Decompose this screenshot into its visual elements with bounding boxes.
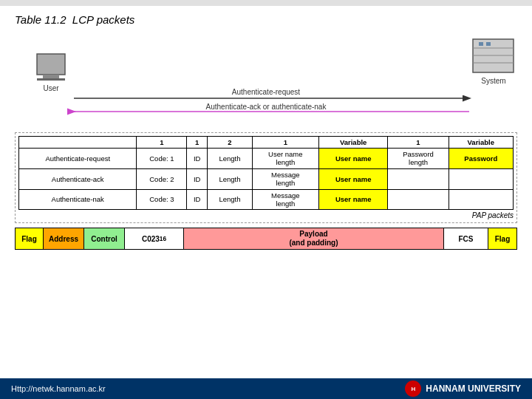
cell-empty2: [449, 168, 513, 189]
svg-rect-9: [486, 42, 491, 46]
payload-data: Payload(and padding): [184, 228, 444, 249]
cell-length3: Length: [208, 189, 253, 210]
cell-empty4: [449, 189, 513, 210]
cell-code3: Code: 3: [137, 189, 187, 210]
pap-label: PAP packets: [18, 210, 514, 219]
cell-message-length-nak: Messagelength: [252, 189, 318, 210]
payload-bar: Flag Address Control C02316 Payload(and …: [15, 228, 517, 250]
svg-text:User: User: [43, 84, 59, 92]
col-2: 2: [208, 137, 253, 149]
cell-id3: ID: [187, 189, 208, 210]
row-label-auth-nak: Authenticate-nak: [19, 189, 137, 210]
university-logo: H: [405, 381, 421, 397]
cell-code2: Code: 2: [137, 168, 187, 189]
payload-control: Control: [84, 228, 125, 249]
cell-length2: Length: [208, 168, 253, 189]
cell-empty3: [388, 189, 449, 210]
page-title: Table 11.2 LCP packets: [15, 13, 517, 26]
svg-rect-2: [37, 78, 65, 81]
arrows-svg: User System Authenticate-request Authent…: [15, 32, 517, 128]
svg-text:Authenticate-ack or authentica: Authenticate-ack or authenticate-nak: [206, 103, 327, 111]
cell-id2: ID: [187, 168, 208, 189]
footer-url: Http://netwk.hannam.ac.kr: [11, 384, 106, 393]
col-1d: 1: [388, 137, 449, 149]
title-subtitle: LCP packets: [72, 13, 135, 26]
footer-university: H HANNAM UNIVERSITY: [405, 381, 521, 397]
svg-text:Authenticate-request: Authenticate-request: [232, 88, 301, 96]
row-label-auth-ack: Authenticate-ack: [19, 168, 137, 189]
svg-rect-1: [43, 75, 59, 78]
pap-table: 1 1 2 1 Variable 1 Variable Authenticate…: [18, 136, 514, 210]
payload-flag2: Flag: [488, 228, 516, 249]
svg-text:System: System: [481, 77, 505, 85]
top-bar: [0, 0, 532, 6]
page: Table 11.2 LCP packets User System: [0, 0, 532, 399]
payload-c023: C02316: [125, 228, 184, 249]
cell-length1: Length: [208, 149, 253, 169]
table-header-row: 1 1 2 1 Variable 1 Variable: [19, 137, 514, 149]
payload-flag1: Flag: [16, 228, 44, 249]
university-name: HANNAM UNIVERSITY: [426, 383, 521, 394]
cell-message-length-ack: Messagelength: [252, 168, 318, 189]
col-1a: 1: [137, 137, 187, 149]
cell-id1: ID: [187, 149, 208, 169]
col-1b: 1: [187, 137, 208, 149]
cell-code1: Code: 1: [137, 149, 187, 169]
content: Table 11.2 LCP packets User System: [0, 6, 532, 378]
pap-table-wrapper: 1 1 2 1 Variable 1 Variable Authenticate…: [15, 132, 517, 223]
cell-username-length: User namelength: [252, 149, 318, 169]
col-variable2: Variable: [449, 137, 513, 149]
cell-empty1: [388, 168, 449, 189]
footer: Http://netwk.hannam.ac.kr H HANNAM UNIVE…: [0, 378, 532, 399]
table-row: Authenticate-nak Code: 3 ID Length Messa…: [19, 189, 514, 210]
cell-username2: User name: [318, 168, 388, 189]
title-prefix: Table 11.2: [15, 13, 66, 26]
payload-fcs: FCS: [444, 228, 488, 249]
col-1c: 1: [252, 137, 318, 149]
row-label-auth-request: Authenticate-request: [19, 149, 137, 169]
network-diagram: User System Authenticate-request Authent…: [15, 32, 517, 128]
cell-username3: User name: [318, 189, 388, 210]
table-row: Authenticate-request Code: 1 ID Length U…: [19, 149, 514, 169]
cell-password: Password: [449, 149, 513, 169]
table-row: Authenticate-ack Code: 2 ID Length Messa…: [19, 168, 514, 189]
cell-password-length: Passwordlength: [388, 149, 449, 169]
cell-username1: User name: [318, 149, 388, 169]
payload-address: Address: [44, 228, 84, 249]
svg-rect-0: [37, 54, 65, 75]
svg-rect-8: [479, 42, 483, 46]
col-variable1: Variable: [318, 137, 388, 149]
col-label-header: [19, 137, 137, 149]
